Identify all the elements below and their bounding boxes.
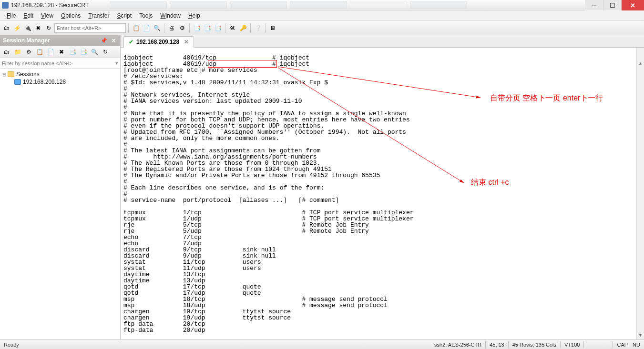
sm-btn-a-icon[interactable]: 📑 — [68, 47, 77, 57]
filter-dropdown-icon[interactable]: ▾ — [115, 60, 118, 66]
sm-refresh-icon[interactable]: ↻ — [101, 47, 110, 57]
minimize-button[interactable]: ─ — [585, 0, 603, 10]
background-window-tabs — [110, 1, 467, 9]
menu-file[interactable]: File — [3, 11, 20, 20]
toolbar-print-icon[interactable]: 🖨 — [167, 23, 176, 33]
host-input[interactable] — [54, 23, 126, 33]
scroll-up-icon[interactable]: ▲ — [637, 60, 644, 68]
sm-paste-icon[interactable]: 📄 — [46, 47, 55, 57]
app-icon — [2, 2, 9, 9]
status-ready: Ready — [0, 342, 23, 348]
status-cursor: 45, 13 — [486, 342, 508, 348]
tab-session[interactable]: ✔ 192.168.209.128 ✕ — [123, 36, 194, 48]
menu-view[interactable]: View — [37, 11, 57, 20]
toolbar-btn-d-icon[interactable]: 🛠 — [228, 23, 237, 33]
menu-help[interactable]: Help — [184, 11, 204, 20]
window-title: 192.168.209.128 - SecureCRT — [11, 2, 89, 9]
session-tree[interactable]: ⊟ Sessions 192.168.209.128 — [0, 69, 120, 339]
toolbar-connect-icon[interactable]: ⚡ — [12, 23, 22, 33]
sm-prop-icon[interactable]: ⚙ — [24, 47, 33, 57]
status-num: NU — [632, 342, 644, 348]
tab-strip: ✔ 192.168.209.128 ✕ — [121, 35, 644, 48]
status-cap: CAP — [613, 342, 632, 348]
terminal-scrollbar[interactable]: ▲ ▼ — [636, 48, 644, 339]
statusbar: Ready ssh2: AES-256-CTR 45, 13 45 Rows, … — [0, 339, 644, 349]
session-filter-placeholder: Filter by session name <Alt+I> — [2, 60, 72, 66]
status-emulation: VT100 — [561, 342, 583, 348]
session-filter[interactable]: Filter by session name <Alt+I> ▾ — [0, 58, 120, 69]
titlebar: 192.168.209.128 - SecureCRT ─ ☐ ✕ — [0, 0, 644, 10]
menu-edit[interactable]: Edit — [20, 11, 37, 20]
toolbar-help-icon[interactable]: ❔ — [253, 23, 263, 33]
session-manager-header: Session Manager 📌 ✕ — [0, 35, 120, 46]
toolbar-disconnect-icon[interactable]: ✖ — [33, 23, 43, 33]
toolbar-quick-connect-icon[interactable]: 🔌 — [23, 23, 32, 33]
terminal-output[interactable]: iqobject 48619/tcp # iqobject iqobject 4… — [121, 48, 644, 339]
annotation-paging: 自带分页 空格下一页 enter下一行 — [490, 93, 633, 103]
menubar: File Edit View Options Transfer Script T… — [0, 10, 644, 21]
menu-tools[interactable]: Tools — [135, 11, 156, 20]
status-size: 45 Rows, 135 Cols — [509, 342, 560, 348]
toolbar: 🗂 ⚡ 🔌 ✖ ↻ 📋 📄 🔍 🖨 ⚙ 📑 📑 📑 🛠 🔑 ❔ 🖥 — [0, 21, 644, 35]
session-manager-title: Session Manager — [3, 37, 50, 44]
panel-close-icon[interactable]: ✕ — [110, 37, 117, 44]
status-ssh: ssh2: AES-256-CTR — [430, 342, 485, 348]
tree-collapse-icon[interactable]: ⊟ — [1, 72, 8, 77]
menu-window[interactable]: Window — [156, 11, 184, 20]
tab-connected-icon: ✔ — [129, 39, 133, 45]
tree-root-label: Sessions — [16, 71, 40, 78]
toolbar-copy-icon[interactable]: 📋 — [131, 23, 141, 33]
toolbar-screen-icon[interactable]: 🖥 — [268, 23, 277, 33]
toolbar-key-icon[interactable]: 🔑 — [238, 23, 248, 33]
maximize-button[interactable]: ☐ — [603, 0, 621, 10]
toolbar-reconnect-icon[interactable]: ↻ — [44, 23, 53, 33]
terminal-icon — [14, 79, 21, 85]
sm-btn-b-icon[interactable]: 📑 — [79, 47, 88, 57]
menu-transfer[interactable]: Transfer — [84, 11, 113, 20]
close-button[interactable]: ✕ — [621, 0, 644, 10]
panel-pin-icon[interactable]: 📌 — [100, 37, 108, 44]
session-manager-panel: Session Manager 📌 ✕ 🗂 📁 ⚙ 📋 📄 ✖ 📑 📑 🔍 ↻ … — [0, 35, 121, 339]
menu-options[interactable]: Options — [57, 11, 84, 20]
toolbar-paste-icon[interactable]: 📄 — [142, 23, 151, 33]
toolbar-btn-a-icon[interactable]: 📑 — [192, 23, 202, 33]
sm-btn-c-icon[interactable]: 🔍 — [90, 47, 99, 57]
annotation-end: 结束 ctrl +c — [471, 179, 509, 185]
sm-delete-icon[interactable]: ✖ — [57, 47, 66, 57]
tab-close-icon[interactable]: ✕ — [184, 39, 189, 45]
tab-label: 192.168.209.128 — [136, 39, 179, 45]
folder-icon — [8, 71, 14, 77]
tree-session-item[interactable]: 192.168.209.128 — [0, 78, 120, 86]
toolbar-btn-c-icon[interactable]: 📑 — [213, 23, 223, 33]
sm-new-folder-icon[interactable]: 📁 — [13, 47, 22, 57]
toolbar-btn-b-icon[interactable]: 📑 — [203, 23, 212, 33]
menu-script[interactable]: Script — [113, 11, 136, 20]
tree-session-label: 192.168.209.128 — [23, 79, 66, 85]
toolbar-find-icon[interactable]: 🔍 — [152, 23, 162, 33]
toolbar-prop-icon[interactable]: ⚙ — [177, 23, 187, 33]
session-manager-toolbar: 🗂 📁 ⚙ 📋 📄 ✖ 📑 📑 🔍 ↻ — [0, 46, 120, 58]
sm-new-session-icon[interactable]: 🗂 — [2, 47, 11, 57]
sm-copy-icon[interactable]: 📋 — [35, 47, 44, 57]
tree-root[interactable]: ⊟ Sessions — [0, 70, 120, 78]
terminal-text: iqobject 48619/tcp # iqobject iqobject 4… — [123, 54, 414, 334]
toolbar-session-manager-icon[interactable]: 🗂 — [2, 23, 11, 33]
scroll-down-icon[interactable]: ▼ — [637, 332, 644, 339]
